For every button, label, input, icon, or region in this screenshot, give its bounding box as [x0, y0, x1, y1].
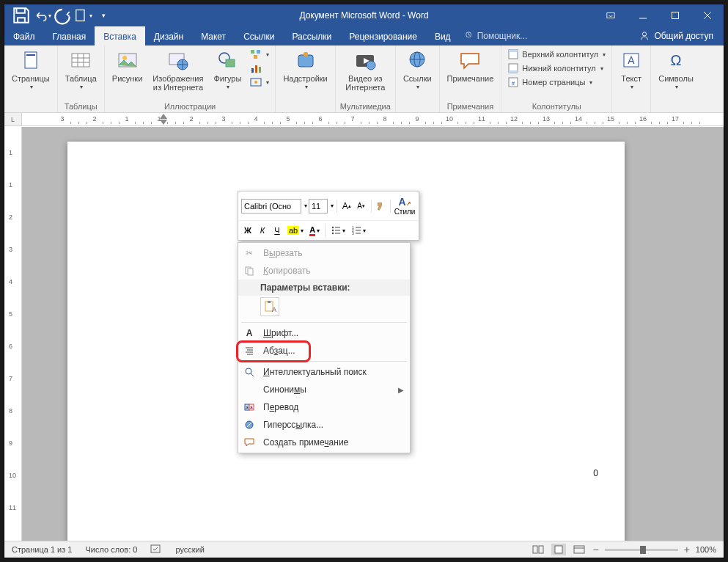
text-button[interactable]: AТекст▾ [617, 48, 646, 92]
svg-rect-22 [257, 50, 260, 54]
zoom-out-button[interactable]: − [592, 544, 598, 555]
redo-icon[interactable] [53, 6, 72, 25]
minimize-button[interactable] [627, 4, 659, 26]
grow-font-button[interactable]: A▴ [340, 199, 353, 214]
zoom-level[interactable]: 100% [696, 545, 716, 554]
tell-me-search[interactable]: Помощник... [464, 26, 528, 45]
lookup-icon [241, 367, 257, 377]
save-icon[interactable] [12, 6, 31, 25]
styles-button[interactable]: A↗Стили [394, 194, 416, 218]
svg-rect-25 [255, 65, 257, 73]
tab-references[interactable]: Ссылки [235, 26, 283, 45]
view-print-icon[interactable] [551, 544, 566, 555]
svg-point-45 [332, 227, 334, 228]
footer-button[interactable]: Нижний колонтитул▾ [506, 62, 607, 75]
chart-button[interactable] [249, 62, 271, 75]
comment-button[interactable]: Примечание [444, 48, 497, 84]
status-words[interactable]: Число слов: 0 [85, 545, 137, 554]
pictures-button[interactable]: Рисунки [109, 48, 146, 84]
group-text: AТекст▾ [612, 45, 651, 112]
font-dd-icon[interactable]: ▾ [304, 202, 307, 209]
symbols-button[interactable]: ΩСимволы▾ [655, 48, 696, 92]
shapes-button[interactable]: Фигуры▾ [210, 48, 244, 92]
illustrations-small-stack: ▾ ▾ [249, 48, 271, 89]
cm-hyperlink-label: Гиперссылка... [263, 420, 323, 430]
cm-paragraph[interactable]: Абзац... [238, 342, 410, 360]
close-button[interactable] [691, 4, 724, 26]
bold-button[interactable]: Ж [241, 223, 254, 238]
font-color-button[interactable]: A▾ [307, 223, 322, 238]
header-button[interactable]: Верхний колонтитул▾ [506, 48, 607, 61]
horizontal-ruler[interactable]: L 3211234567891011121314151617 [4, 113, 724, 126]
video-label: Видео из Интернета [345, 74, 385, 92]
format-painter-button[interactable] [374, 199, 387, 214]
group-symbols: ΩСимволы▾ [651, 45, 701, 112]
vertical-ruler[interactable]: 11234567891011 [4, 127, 22, 541]
cm-copy[interactable]: Копировать [238, 262, 410, 280]
view-web-icon[interactable] [572, 544, 587, 555]
cm-font[interactable]: AШрифт... [238, 324, 410, 342]
tab-design[interactable]: Дизайн [145, 26, 192, 45]
pages-button[interactable]: Страницы▾ [9, 48, 53, 92]
italic-button[interactable]: К [256, 223, 269, 238]
cm-translate[interactable]: аaПеревод [238, 398, 410, 416]
size-dd-icon[interactable]: ▾ [331, 202, 334, 209]
cm-hyperlink[interactable]: Гиперссылка... [238, 416, 410, 434]
ribbon-options-icon[interactable] [595, 4, 627, 26]
context-menu: ✂Вырезать Копировать Параметры вставки: … [238, 242, 411, 453]
svg-rect-21 [251, 50, 254, 54]
translate-icon: аa [241, 402, 257, 412]
undo-icon[interactable]: ▾ [32, 6, 51, 25]
status-language[interactable]: русский [175, 545, 204, 554]
highlight-button[interactable]: ab▾ [285, 223, 306, 238]
status-bar: Страница 1 из 1 Число слов: 0 русский − … [4, 541, 724, 558]
group-hf-label: Колонтитулы [532, 101, 581, 112]
online-video-button[interactable]: Видео из Интернета [342, 48, 388, 93]
cm-paste-options: A [238, 296, 410, 321]
zoom-slider[interactable] [605, 549, 678, 551]
cut-icon: ✂ [241, 248, 257, 258]
status-proofing-icon[interactable] [150, 544, 162, 555]
tab-review[interactable]: Рецензирование [340, 26, 426, 45]
page-number-button[interactable]: #Номер страницы▾ [506, 76, 607, 89]
share-button[interactable]: Общий доступ [629, 26, 724, 45]
symbols-label: Символы [658, 74, 694, 83]
zoom-in-button[interactable]: + [684, 544, 690, 555]
cm-cut[interactable]: ✂Вырезать [238, 244, 410, 262]
qa-customize-icon[interactable]: ▾ [94, 6, 113, 25]
tab-home[interactable]: Главная [44, 26, 95, 45]
tab-layout[interactable]: Макет [192, 26, 235, 45]
links-button[interactable]: Ссылки▾ [400, 48, 435, 92]
tab-mailings[interactable]: Рассылки [283, 26, 340, 45]
tab-insert[interactable]: Вставка [95, 26, 145, 45]
bullets-button[interactable]: ▾ [328, 223, 348, 238]
view-read-icon[interactable] [531, 544, 545, 555]
maximize-button[interactable] [659, 4, 691, 26]
svg-point-28 [254, 81, 257, 84]
group-tables-label2: Таблицы [65, 101, 98, 112]
tab-view[interactable]: Вид [426, 26, 460, 45]
group-media: Видео из Интернета Мультимедиа [336, 45, 396, 112]
tab-file[interactable]: Файл [4, 26, 44, 45]
new-doc-icon[interactable]: ▾ [73, 6, 92, 25]
status-page[interactable]: Страница 1 из 1 [12, 545, 72, 554]
cm-smart-lookup[interactable]: Интеллектуальный поиск [238, 363, 410, 381]
svg-text:A: A [628, 54, 636, 66]
cm-cut-label: Вырезать [263, 248, 302, 258]
font-size-input[interactable] [309, 199, 328, 214]
numbering-button[interactable]: 123▾ [349, 223, 368, 238]
titlebar: ▾ ▾ ▾ Документ Microsoft Word - Word [4, 4, 724, 26]
screenshot-button[interactable]: ▾ [249, 76, 271, 89]
online-pictures-button[interactable]: Изображения из Интернета [150, 48, 206, 93]
table-button[interactable]: Таблица▾ [62, 48, 100, 92]
font-family-input[interactable] [241, 199, 301, 214]
paste-keep-text-button[interactable]: A [260, 297, 279, 316]
shrink-font-button[interactable]: A▾ [355, 199, 368, 214]
smartart-button[interactable]: ▾ [249, 48, 271, 61]
group-addins: Надстройки▾ [276, 45, 335, 112]
cm-synonyms[interactable]: Синонимы▶ [238, 381, 410, 398]
cm-new-comment[interactable]: Создать примечание [238, 434, 410, 451]
underline-button[interactable]: Ч [271, 223, 284, 238]
addins-button[interactable]: Надстройки▾ [280, 48, 330, 92]
svg-rect-24 [251, 68, 254, 73]
